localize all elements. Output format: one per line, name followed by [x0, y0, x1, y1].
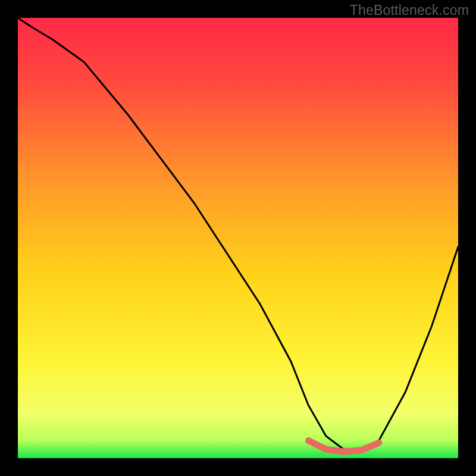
gradient-background [18, 18, 458, 458]
watermark-text: TheBottleneck.com [350, 2, 469, 18]
plot-area [18, 18, 458, 458]
chart-svg [18, 18, 458, 458]
chart-frame: TheBottleneck.com [0, 0, 476, 476]
